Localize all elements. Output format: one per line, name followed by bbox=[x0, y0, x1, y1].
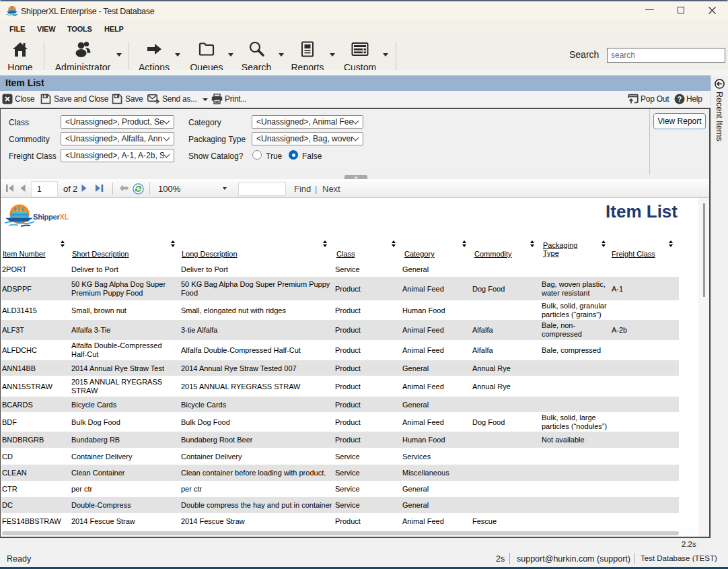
svg-text:?: ? bbox=[678, 95, 682, 103]
